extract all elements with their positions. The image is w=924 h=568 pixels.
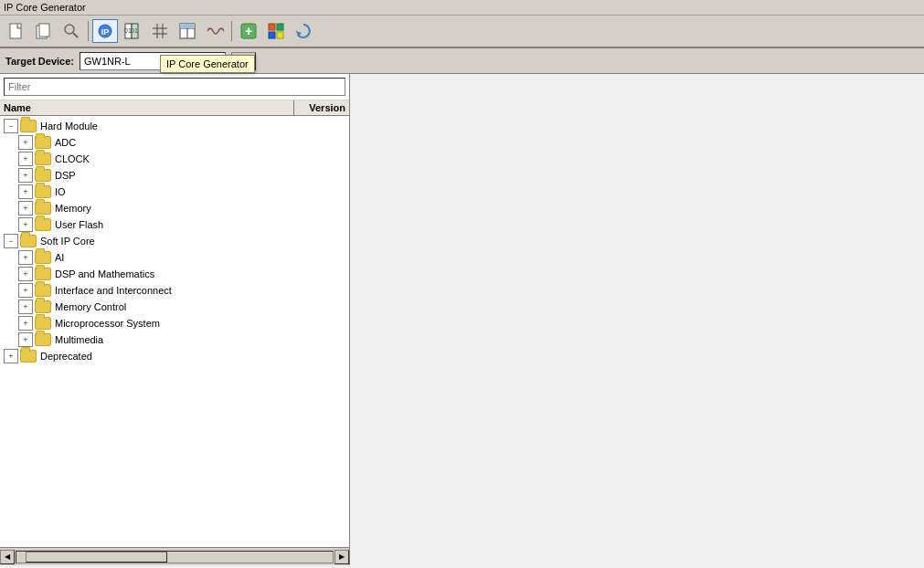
tree-item-adc[interactable]: + ADC [0, 134, 349, 151]
scroll-left-button[interactable]: ◀ [0, 550, 15, 564]
expand-soft-ip-core[interactable]: − [4, 234, 18, 248]
expand-adc[interactable]: + [18, 135, 33, 150]
expand-microprocessor[interactable]: + [18, 316, 33, 331]
filter-input[interactable] [4, 78, 345, 96]
ip-core-icon: IP [96, 22, 114, 40]
tree-panel: Name Version − Hard Module + ADC + CLOCK [0, 74, 350, 565]
expand-memory[interactable]: + [18, 201, 33, 216]
label-soft-ip-core: Soft IP Core [40, 236, 95, 247]
folder-icon-adc [35, 136, 51, 149]
svg-rect-22 [277, 24, 283, 30]
expand-dsp-math[interactable]: + [18, 267, 33, 281]
svg-text:IP: IP [101, 27, 110, 37]
table-icon [178, 22, 196, 40]
expand-hard-module[interactable]: − [4, 119, 18, 133]
svg-rect-24 [277, 32, 283, 38]
download-button[interactable]: 01 01 [120, 19, 145, 43]
tree-item-memory[interactable]: + Memory [0, 200, 349, 216]
tree-item-user-flash[interactable]: + User Flash [0, 216, 349, 233]
expand-memory-control[interactable]: + [18, 300, 33, 314]
new-button[interactable] [4, 19, 29, 43]
main-area: Name Version − Hard Module + ADC + CLOCK [0, 74, 924, 565]
expand-io[interactable]: + [18, 184, 33, 199]
label-interface: Interface and Interconnect [55, 285, 172, 296]
tree-scrollbar-bar: ◀ ▶ [0, 547, 349, 565]
label-microprocessor: Microprocessor System [55, 318, 160, 329]
folder-icon-soft-ip-core [20, 235, 37, 247]
expand-clock[interactable]: + [18, 152, 33, 166]
tree-item-memory-control[interactable]: + Memory Control [0, 299, 349, 315]
copy-icon [35, 22, 53, 40]
h-scrollthumb[interactable] [26, 552, 167, 563]
tree-item-microprocessor[interactable]: + Microprocessor System [0, 315, 349, 331]
folder-icon-multimedia [35, 333, 51, 346]
label-clock: CLOCK [55, 153, 90, 164]
expand-interface[interactable]: + [18, 283, 33, 298]
expand-multimedia[interactable]: + [18, 332, 33, 347]
blocks-button[interactable] [263, 19, 289, 43]
label-io: IO [55, 186, 66, 197]
label-deprecated: Deprecated [40, 351, 92, 362]
folder-icon-memory-control [35, 300, 51, 313]
tree-item-interface[interactable]: + Interface and Interconnect [0, 282, 349, 299]
folder-icon-dsp [35, 169, 51, 182]
separator-2 [231, 21, 232, 41]
folder-icon-dsp-math [35, 268, 51, 280]
tree-item-deprecated[interactable]: + Deprecated [0, 348, 349, 364]
label-hard-module: Hard Module [40, 121, 98, 131]
download-icon: 01 01 [123, 22, 142, 40]
tree-item-dsp[interactable]: + DSP [0, 167, 349, 184]
scroll-right-button[interactable]: ▶ [335, 550, 349, 564]
folder-icon-user-flash [35, 218, 51, 231]
wave-icon [206, 22, 224, 40]
h-scrolltrack [16, 551, 334, 563]
svg-rect-18 [180, 24, 195, 28]
folder-icon-io [35, 185, 51, 198]
grid-button[interactable] [147, 19, 173, 43]
tooltip: IP Core Generator [160, 55, 255, 73]
refresh-button[interactable] [291, 19, 316, 43]
tree-item-io[interactable]: + IO [0, 184, 349, 200]
tree-item-hard-module[interactable]: − Hard Module [0, 118, 349, 134]
tree-item-soft-ip-core[interactable]: − Soft IP Core [0, 233, 349, 249]
tree-item-multimedia[interactable]: + Multimedia [0, 331, 349, 348]
refresh-icon [294, 22, 313, 40]
tree-header: Name Version [0, 100, 349, 116]
expand-ai[interactable]: + [18, 250, 33, 265]
svg-line-4 [73, 33, 78, 37]
copy-button[interactable] [31, 19, 57, 43]
tree-item-clock[interactable]: + CLOCK [0, 151, 349, 167]
svg-rect-23 [269, 32, 275, 38]
folder-icon-microprocessor [35, 317, 51, 330]
table-button[interactable] [175, 19, 200, 43]
tree-item-dsp-math[interactable]: + DSP and Mathematics [0, 266, 349, 282]
name-column-header: Name [0, 100, 294, 115]
tree-item-ai[interactable]: + AI [0, 249, 349, 266]
find-icon [62, 22, 80, 40]
ip-core-button[interactable]: IP [92, 19, 118, 43]
expand-deprecated[interactable]: + [4, 349, 18, 363]
label-dsp: DSP [55, 170, 76, 181]
expand-dsp[interactable]: + [18, 168, 33, 183]
find-button[interactable] [58, 19, 84, 43]
svg-rect-0 [10, 24, 21, 38]
wave-button[interactable] [202, 19, 228, 43]
version-column-header: Version [294, 100, 349, 115]
grid-icon [151, 22, 169, 40]
label-memory-control: Memory Control [55, 301, 126, 312]
label-multimedia: Multimedia [55, 334, 103, 345]
device-bar: Target Device: ... [0, 48, 924, 74]
new-icon [7, 22, 26, 40]
add-icon: + [239, 22, 258, 40]
folder-icon-clock [35, 153, 51, 165]
add-button[interactable]: + [236, 19, 261, 43]
folder-icon-deprecated [20, 350, 37, 363]
folder-icon-hard-module [20, 120, 37, 132]
svg-rect-21 [269, 24, 275, 30]
folder-icon-memory [35, 202, 51, 215]
label-user-flash: User Flash [55, 219, 103, 230]
svg-text:01: 01 [131, 27, 138, 34]
expand-user-flash[interactable]: + [18, 217, 33, 232]
folder-icon-interface [35, 284, 51, 297]
svg-point-3 [65, 25, 74, 34]
